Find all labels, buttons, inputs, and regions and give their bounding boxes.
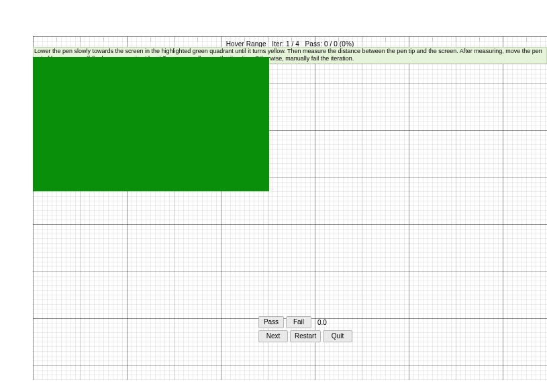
controls-panel: Pass Fail 0.0 Next Restart Quit	[258, 316, 352, 344]
test-stage: Hover Range Iter: 1 / 4 Pass: 0 / 0 (0%)…	[33, 36, 547, 380]
pass-button[interactable]: Pass	[258, 316, 284, 328]
measurement-value: 0.0	[313, 319, 327, 326]
next-button[interactable]: Next	[258, 330, 288, 342]
restart-button[interactable]: Restart	[290, 330, 321, 342]
fail-button[interactable]: Fail	[286, 316, 311, 328]
target-quadrant[interactable]	[33, 57, 269, 191]
quit-button[interactable]: Quit	[323, 330, 352, 342]
